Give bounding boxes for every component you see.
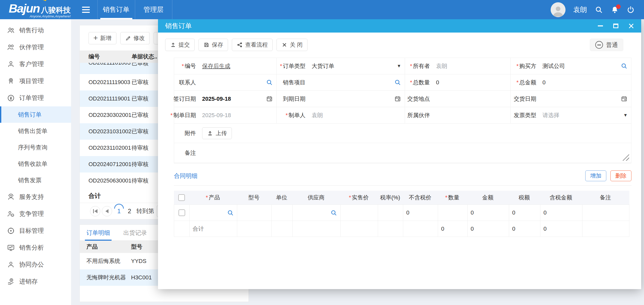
creator-field[interactable]: 袁朗 <box>308 107 405 124</box>
sidebar-subitem-serial-query[interactable]: 序列号查询 <box>0 139 71 156</box>
column-header-product[interactable]: * 产品 <box>189 191 237 205</box>
column-header-id[interactable]: 编号 <box>80 53 132 60</box>
with-tax-amount-cell[interactable]: 0 <box>540 205 582 221</box>
order-no-field[interactable]: 保存后生成 <box>199 58 277 74</box>
sidebar-item-customer-management[interactable]: 客户管理 <box>0 56 71 73</box>
buyer-field[interactable]: 测试公司 <box>539 58 631 74</box>
edit-button[interactable]: 修改 <box>120 32 150 44</box>
due-date-picker-button[interactable] <box>394 95 401 102</box>
column-header-with-tax-amount[interactable]: 含税金额 <box>540 191 582 205</box>
sidebar-subitem-sales-invoice[interactable]: 销售发票 <box>0 172 71 188</box>
first-page-button[interactable] <box>90 206 100 216</box>
header-tab-management[interactable]: 管理层 <box>135 0 172 19</box>
sales-project-field[interactable] <box>308 74 405 91</box>
sales-project-search-button[interactable] <box>394 79 401 86</box>
total-qty-field[interactable]: 0 <box>432 74 511 91</box>
supplier-cell[interactable] <box>292 205 340 221</box>
contact-search-button[interactable] <box>266 79 273 86</box>
sidebar-item-competition-management[interactable]: vs 竞争管理 <box>0 205 71 222</box>
tab-shipment-records[interactable]: 出货记录 <box>123 229 147 240</box>
add-button[interactable]: + 新增 <box>88 32 116 44</box>
tax-amount-cell[interactable]: 0 <box>509 205 540 221</box>
sidebar-item-sales-analysis[interactable]: 销售分析 <box>0 239 71 256</box>
select-all-checkbox[interactable] <box>178 194 185 201</box>
sidebar-item-sales-action[interactable]: 销售行动 <box>0 22 71 39</box>
notifications-button[interactable] <box>611 6 619 14</box>
create-date-field[interactable]: 2025-09-18 <box>199 107 277 124</box>
model-cell[interactable] <box>237 205 271 221</box>
total-amount-field[interactable]: 0 <box>539 74 631 91</box>
add-line-button[interactable]: 增加 <box>585 170 606 181</box>
unit-cell[interactable] <box>271 205 292 221</box>
menu-toggle-icon[interactable] <box>82 7 90 13</box>
sidebar-subitem-sales-receipt[interactable]: 销售收款单 <box>0 156 71 172</box>
save-button[interactable]: 保存 <box>199 39 228 51</box>
chevron-down-icon[interactable]: ▼ <box>397 64 401 69</box>
buyer-search-button[interactable] <box>621 63 628 69</box>
column-header-tax-rate[interactable]: 税率(%) <box>378 191 403 205</box>
no-tax-price-cell[interactable]: 0 <box>403 205 438 221</box>
avatar[interactable] <box>551 2 566 17</box>
header-tab-sales-order[interactable]: 销售订单 <box>97 0 135 19</box>
invoice-type-select[interactable]: 请选择 ▼ <box>539 107 631 124</box>
close-button[interactable]: × <box>628 23 635 29</box>
search-icon[interactable] <box>595 6 603 14</box>
column-header-remark[interactable]: 备注 <box>582 191 629 205</box>
column-header-supplier[interactable]: 供应商 <box>292 191 340 205</box>
resize-grip-icon[interactable] <box>622 154 629 161</box>
remark-cell[interactable] <box>582 205 629 221</box>
delivery-place-field[interactable] <box>432 91 511 107</box>
order-type-select[interactable]: 大货订单 ▼ <box>308 58 405 74</box>
sidebar-subitem-sales-shipment[interactable]: 销售出货单 <box>0 123 71 139</box>
partner-field[interactable] <box>432 107 511 124</box>
remark-textarea[interactable] <box>199 143 631 163</box>
delivery-date-field[interactable] <box>539 91 631 107</box>
priority-button[interactable]: 普通 <box>590 39 623 51</box>
column-header-amount[interactable]: 金额 <box>467 191 509 205</box>
page-number-2[interactable]: 2 <box>126 208 133 215</box>
tax-rate-cell[interactable] <box>378 205 403 221</box>
sidebar-item-project-management[interactable]: 项目管理 <box>0 73 71 89</box>
column-header-tax-amount[interactable]: 税额 <box>509 191 540 205</box>
view-flow-button[interactable]: 查看流程 <box>232 39 273 51</box>
column-header-unit[interactable]: 单位 <box>271 191 292 205</box>
amount-cell[interactable]: 0 <box>467 205 509 221</box>
sign-date-field[interactable]: 2025-09-18 <box>199 91 277 107</box>
actual-price-cell[interactable] <box>340 205 378 221</box>
sidebar-item-collaboration[interactable]: 协同办公 <box>0 256 71 273</box>
sign-date-picker-button[interactable] <box>266 95 273 102</box>
search-icon[interactable] <box>330 209 337 216</box>
qty-cell[interactable] <box>438 205 467 221</box>
product-cell[interactable] <box>189 205 237 221</box>
row-select-cell[interactable] <box>174 205 189 221</box>
column-header-model[interactable]: 型号 <box>237 191 271 205</box>
contract-detail-link[interactable]: 合同明细 <box>174 172 197 180</box>
column-header-actual-price[interactable]: * 实售价 <box>340 191 378 205</box>
user-name[interactable]: 袁朗 <box>573 5 587 14</box>
minimize-button[interactable] <box>597 23 604 29</box>
sidebar-item-order-management[interactable]: 订单管理 <box>0 89 71 106</box>
sidebar-subitem-sales-order[interactable]: 销售订单 <box>0 106 71 123</box>
column-header-no-tax-price[interactable]: 不含税价 <box>403 191 438 205</box>
sidebar-item-partner-management[interactable]: 伙伴管理 <box>0 39 71 56</box>
search-icon[interactable] <box>227 209 234 216</box>
power-icon[interactable] <box>627 6 635 14</box>
column-header-product[interactable]: 产品 <box>80 243 131 251</box>
sidebar-item-target-management[interactable]: 目标管理 <box>0 222 71 239</box>
delivery-date-picker-button[interactable] <box>621 95 628 102</box>
delete-line-button[interactable]: 删除 <box>610 170 631 181</box>
submit-button[interactable]: 提交 <box>165 39 195 51</box>
tab-order-details[interactable]: 订单明细 <box>86 229 110 240</box>
select-all-header[interactable] <box>174 191 189 205</box>
due-date-field[interactable] <box>308 91 405 107</box>
prev-page-button[interactable] <box>102 206 112 216</box>
sidebar-item-service-support[interactable]: 服务支持 <box>0 188 71 205</box>
owner-field[interactable]: 袁朗 <box>432 58 511 74</box>
maximize-button[interactable] <box>612 23 619 29</box>
page-number-1[interactable]: 1 <box>115 208 123 215</box>
contact-field[interactable] <box>199 74 277 91</box>
column-header-qty[interactable]: * 数量 <box>438 191 467 205</box>
chevron-down-icon[interactable]: ▼ <box>623 113 628 118</box>
close-form-button[interactable]: 关 闭 <box>276 39 308 51</box>
row-checkbox[interactable] <box>179 209 185 216</box>
